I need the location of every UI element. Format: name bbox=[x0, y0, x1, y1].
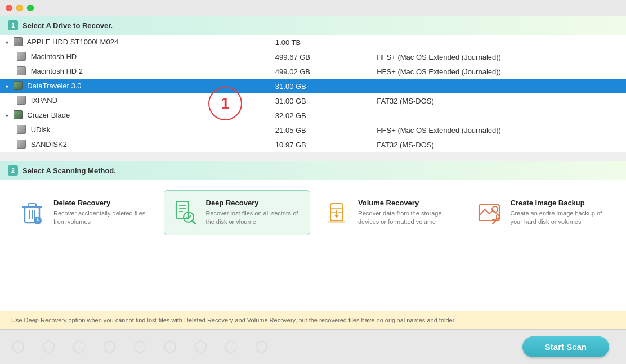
table-row[interactable]: ▼ APPLE HDD ST1000LM024 1.00 TB bbox=[0, 35, 626, 50]
create-image-icon bbox=[476, 199, 503, 226]
drive-size: 10.97 GB bbox=[271, 137, 372, 152]
volume-recovery-text: Volume Recovery Recover data from the st… bbox=[358, 199, 455, 227]
create-image-card[interactable]: Create Image Backup Create an entire ima… bbox=[468, 190, 615, 235]
drive-size: 499.02 GB bbox=[271, 64, 372, 79]
hdd-icon bbox=[14, 37, 23, 46]
svg-line-14 bbox=[192, 221, 195, 224]
vol-icon bbox=[17, 140, 26, 149]
volume-recovery-card[interactable]: Volume Recovery Recover data from the st… bbox=[316, 190, 463, 235]
footer: ⬡ ⬡ ⬡ ⬡ ⬡ ⬡ ⬡ ⬡ ⬡ Start Scan bbox=[0, 329, 626, 364]
volume-recovery-title: Volume Recovery bbox=[358, 199, 455, 207]
drive-name: APPLE HDD ST1000LM024 bbox=[27, 38, 119, 46]
drive-table: ▼ APPLE HDD ST1000LM024 1.00 TB Macintos… bbox=[0, 35, 626, 152]
maximize-button[interactable] bbox=[27, 5, 34, 11]
svg-rect-2 bbox=[28, 204, 36, 207]
drive-name: Macintosh HD bbox=[31, 52, 77, 61]
section2-title: Select A Scanning Method. bbox=[23, 167, 116, 175]
wm-icon-7: ⬡ bbox=[194, 338, 207, 356]
drive-fs: FAT32 (MS-DOS) bbox=[372, 137, 626, 152]
vol-icon bbox=[17, 125, 26, 134]
create-image-title: Create Image Backup bbox=[511, 199, 608, 207]
drive-fs bbox=[372, 35, 626, 50]
delete-recovery-title: Delete Recovery bbox=[53, 199, 151, 207]
table-row[interactable]: ▼ DataTraveler 3.0 31.00 GB bbox=[0, 79, 626, 93]
wm-icon-2: ⬡ bbox=[42, 338, 55, 356]
drive-name: IXPAND bbox=[31, 96, 57, 105]
deep-recovery-title: Deep Recovery bbox=[206, 199, 303, 207]
table-row[interactable]: ▼ Cruzer Blade 32.02 GB bbox=[0, 108, 626, 123]
drive-fs: FAT32 (MS-DOS) bbox=[372, 93, 626, 108]
delete-recovery-desc: Recover accidentally deleted files from … bbox=[53, 209, 151, 227]
section1-header: 1 Select A Drive to Recover. bbox=[0, 16, 626, 35]
delete-recovery-card[interactable]: Delete Recovery Recover accidentally del… bbox=[11, 190, 158, 235]
wm-icon-1: ⬡ bbox=[11, 338, 25, 356]
chevron-icon: ▼ bbox=[5, 113, 10, 119]
section2-header: 2 Select A Scanning Method. bbox=[0, 161, 626, 180]
svg-rect-9 bbox=[176, 201, 189, 218]
drive-name: DataTraveler 3.0 bbox=[27, 82, 81, 90]
scan-cards: Delete Recovery Recover accidentally del… bbox=[0, 180, 626, 245]
drive-size: 31.00 GB bbox=[271, 79, 372, 93]
section1-title: Select A Drive to Recover. bbox=[23, 21, 113, 30]
drive-size: 499.67 GB bbox=[271, 50, 372, 64]
wm-icon-5: ⬡ bbox=[133, 338, 146, 356]
wm-icon-9: ⬡ bbox=[254, 338, 268, 356]
info-text: Use Deep Recovery option when you cannot… bbox=[11, 317, 454, 323]
table-row[interactable]: Macintosh HD 2 499.02 GB HFS+ (Mac OS Ex… bbox=[0, 64, 626, 79]
create-image-desc: Create an entire image backup of your ha… bbox=[511, 209, 608, 227]
table-row[interactable]: IXPAND 31.00 GB FAT32 (MS-DOS) bbox=[0, 93, 626, 108]
drive-section: 1 Select A Drive to Recover. ▼ APPLE HDD… bbox=[0, 16, 626, 152]
section2-number: 2 bbox=[8, 165, 18, 176]
deep-recovery-icon bbox=[171, 199, 198, 226]
table-row[interactable]: SANDISK2 10.97 GB FAT32 (MS-DOS) bbox=[0, 137, 626, 152]
deep-recovery-card[interactable]: Deep Recovery Recover lost files on all … bbox=[164, 190, 311, 235]
table-row[interactable]: Macintosh HD 499.67 GB HFS+ (Mac OS Exte… bbox=[0, 50, 626, 64]
vol-icon bbox=[17, 96, 26, 105]
wm-icon-4: ⬡ bbox=[102, 338, 116, 356]
drive-fs bbox=[372, 79, 626, 93]
start-scan-button[interactable]: Start Scan bbox=[522, 336, 609, 357]
drive-size: 21.05 GB bbox=[271, 123, 372, 137]
deep-recovery-desc: Recover lost files on all sectors of the… bbox=[206, 209, 303, 227]
divider bbox=[0, 152, 626, 161]
usb-icon bbox=[14, 81, 23, 90]
selection-badge: 1 bbox=[208, 87, 242, 120]
wm-icon-3: ⬡ bbox=[72, 338, 86, 356]
usb-icon bbox=[14, 110, 23, 119]
delete-recovery-icon bbox=[19, 199, 46, 226]
volume-recovery-desc: Recover data from the storage devices or… bbox=[358, 209, 455, 227]
drive-fs bbox=[372, 108, 626, 123]
svg-rect-19 bbox=[328, 221, 345, 223]
wm-icon-8: ⬡ bbox=[224, 338, 238, 356]
close-button[interactable] bbox=[6, 5, 12, 11]
main-content: 1 Select A Drive to Recover. ▼ APPLE HDD… bbox=[0, 16, 626, 364]
vol-icon bbox=[17, 66, 26, 75]
drive-size: 32.02 GB bbox=[271, 108, 372, 123]
vol-icon bbox=[17, 52, 26, 61]
drive-fs: HFS+ (Mac OS Extended (Journaled)) bbox=[372, 50, 626, 64]
scan-section: 2 Select A Scanning Method. bbox=[0, 161, 626, 311]
delete-recovery-text: Delete Recovery Recover accidentally del… bbox=[53, 199, 151, 227]
deep-recovery-text: Deep Recovery Recover lost files on all … bbox=[206, 199, 303, 227]
section1-number: 1 bbox=[8, 20, 18, 30]
drive-fs: HFS+ (Mac OS Extended (Journaled)) bbox=[372, 64, 626, 79]
drive-name: Macintosh HD 2 bbox=[31, 67, 83, 75]
titlebar bbox=[0, 0, 626, 16]
drive-size: 31.00 GB bbox=[271, 93, 372, 108]
drive-size: 1.00 TB bbox=[271, 35, 372, 50]
chevron-icon: ▼ bbox=[5, 84, 10, 89]
volume-recovery-icon bbox=[323, 199, 350, 226]
drive-fs: HFS+ (Mac OS Extended (Journaled)) bbox=[372, 123, 626, 137]
info-bar: Use Deep Recovery option when you cannot… bbox=[0, 311, 626, 329]
drive-name: SANDISK2 bbox=[31, 140, 67, 149]
drive-name: Cruzer Blade bbox=[27, 111, 70, 119]
create-image-text: Create Image Backup Create an entire ima… bbox=[511, 199, 608, 227]
minimize-button[interactable] bbox=[16, 5, 23, 11]
drive-name: UDisk bbox=[31, 125, 51, 134]
chevron-icon: ▼ bbox=[5, 40, 10, 46]
table-row[interactable]: UDisk 21.05 GB HFS+ (Mac OS Extended (Jo… bbox=[0, 123, 626, 137]
wm-icon-6: ⬡ bbox=[163, 338, 177, 356]
